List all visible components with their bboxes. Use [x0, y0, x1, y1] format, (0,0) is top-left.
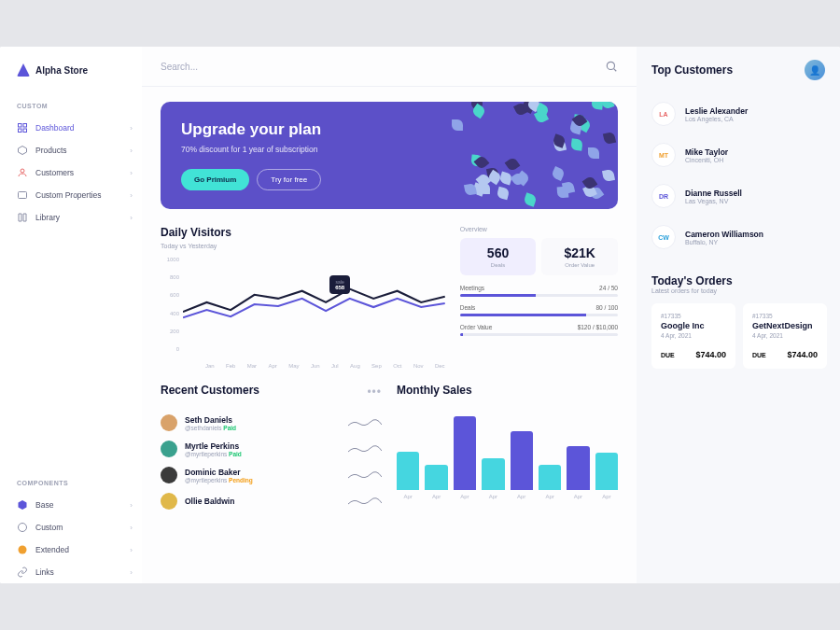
daily-visitors-card: Daily Visitors Today vs Yesterday 100080…	[161, 226, 445, 369]
overview-order-value: $21K Order Value	[541, 238, 618, 275]
sidebar-item-label: Base	[35, 500, 122, 510]
orders-title: Today's Orders	[651, 274, 825, 287]
top-customer-row[interactable]: CW Cameron Williamson Buffalo, NY	[651, 217, 825, 258]
order-card[interactable]: #17335 GetNextDesign 4 Apr, 2021 DUE $74…	[743, 303, 827, 369]
customer-handle: @sethdaniels Paid	[185, 425, 341, 431]
svg-rect-1	[23, 124, 27, 128]
svg-line-9	[614, 69, 617, 72]
customer-initials-badge: CW	[651, 225, 676, 249]
upgrade-banner: Upgrade your plan 70% discount for 1 yea…	[161, 102, 618, 209]
card-subtitle: Today vs Yesterday	[161, 243, 445, 249]
sidebar-item-label: Library	[35, 213, 122, 222]
chevron-right-icon: ›	[130, 546, 133, 554]
sidebar-item-custom[interactable]: Custom›	[17, 516, 142, 539]
search-icon[interactable]	[605, 60, 618, 73]
svg-rect-5	[19, 192, 27, 199]
svg-rect-0	[19, 124, 22, 128]
progress-meetings: Meetings24 / 50	[460, 285, 618, 297]
sidebar-item-dashboard[interactable]: Dashboard›	[17, 117, 142, 139]
chart-tooltip: sale 658	[329, 275, 350, 294]
top-customers-title: Top Customers	[651, 63, 733, 77]
card-title: Monthly Sales	[397, 384, 618, 397]
sidebar-item-label: Custom Properties	[35, 190, 122, 200]
sparkline-icon	[348, 416, 382, 429]
svg-rect-2	[19, 129, 22, 133]
try-free-button[interactable]: Try for free	[257, 169, 321, 190]
more-icon[interactable]: •••	[367, 385, 382, 399]
chevron-right-icon: ›	[130, 568, 133, 577]
order-status: DUE	[661, 352, 675, 358]
dashboard-icon	[17, 122, 28, 133]
recent-customers-card: Recent Customers ••• Seth Daniels @sethd…	[161, 384, 382, 514]
customer-name: Cameron Williamson	[685, 230, 763, 239]
customer-name: Dominic Baker	[185, 468, 341, 477]
visitors-chart: 10008006004002000 sale 658 JanFebMarAprM…	[161, 257, 445, 369]
overview-deals: 560 Deals	[460, 238, 537, 275]
svg-point-7	[19, 546, 27, 554]
bar	[511, 431, 533, 490]
sidebar-item-customers[interactable]: Customers›	[17, 161, 142, 184]
bar	[482, 458, 504, 490]
customer-initials-badge: LA	[651, 102, 676, 126]
sparkline-icon	[348, 469, 382, 482]
svg-point-8	[607, 62, 614, 69]
customer-location: Cinceniti, OH	[685, 157, 728, 163]
order-amount: $744.00	[787, 350, 818, 359]
customer-name: Leslie Alexander	[685, 106, 748, 116]
order-status: DUE	[752, 352, 766, 358]
bar	[454, 416, 476, 490]
brand-name: Alpha Store	[35, 65, 88, 76]
app-window: Alpha Store CUSTOM Dashboard›Products›Cu…	[0, 47, 840, 583]
sidebar-item-label: Dashboard	[35, 123, 122, 133]
top-customer-row[interactable]: DR Dianne Russell Las Vegas, NV	[651, 175, 825, 217]
sidebar: Alpha Store CUSTOM Dashboard›Products›Cu…	[0, 47, 142, 583]
sidebar-item-links[interactable]: Links›	[17, 561, 142, 583]
sidebar-section-components: COMPONENTS	[17, 480, 142, 486]
customer-row[interactable]: Ollie Baldwin	[161, 488, 382, 514]
sidebar-item-products[interactable]: Products›	[17, 139, 142, 161]
customer-initials-badge: DR	[651, 184, 676, 208]
svg-rect-3	[23, 129, 27, 133]
customer-row[interactable]: Dominic Baker @myrtleperkins Pending	[161, 462, 382, 488]
extended-icon	[17, 544, 28, 555]
status-badge: Paid	[229, 451, 242, 457]
order-amount: $744.00	[695, 350, 726, 359]
card-subtitle: Overview	[460, 226, 618, 232]
customer-name: Dianne Russell	[685, 189, 742, 198]
order-card[interactable]: #17335 Google Inc 4 Apr, 2021 DUE $744.0…	[651, 303, 735, 369]
custom-properties-icon	[17, 189, 28, 201]
customer-row[interactable]: Myrtle Perkins @myrtleperkins Paid	[161, 436, 382, 462]
customer-name: Seth Daniels	[185, 415, 341, 425]
brand-icon	[17, 63, 30, 77]
products-icon	[17, 145, 28, 156]
chevron-right-icon: ›	[130, 124, 133, 133]
avatar	[161, 493, 177, 510]
topbar	[142, 47, 637, 87]
sidebar-item-label: Links	[35, 567, 122, 577]
sidebar-item-extended[interactable]: Extended›	[17, 539, 142, 561]
sidebar-section-custom: CUSTOM	[17, 103, 142, 109]
sidebar-item-custom-properties[interactable]: Custom Properties›	[17, 184, 142, 206]
banner-pattern-icon	[431, 102, 618, 209]
order-id: #17335	[661, 313, 726, 319]
search-input[interactable]	[161, 62, 605, 72]
customer-location: Las Vegas, NV	[685, 198, 742, 204]
customers-icon	[17, 167, 28, 178]
sidebar-item-label: Products	[35, 146, 122, 155]
status-badge: Pending	[229, 477, 253, 483]
sidebar-item-library[interactable]: Library›	[17, 206, 142, 229]
sparkline-icon	[348, 495, 382, 508]
go-premium-button[interactable]: Go Primium	[181, 169, 249, 190]
top-customer-row[interactable]: LA Leslie Alexander Los Angeles, CA	[651, 93, 825, 134]
sidebar-item-base[interactable]: Base›	[17, 494, 142, 516]
status-badge: Paid	[223, 425, 236, 431]
bar	[397, 452, 419, 490]
customer-location: Buffalo, NY	[685, 239, 763, 245]
order-name: Google Inc	[661, 321, 726, 330]
customer-row[interactable]: Seth Daniels @sethdaniels Paid	[161, 410, 382, 436]
sidebar-item-label: Customers	[35, 168, 122, 177]
user-avatar[interactable]: 👤	[805, 60, 825, 80]
customer-name: Myrtle Perkins	[185, 441, 341, 451]
brand[interactable]: Alpha Store	[17, 63, 142, 77]
top-customer-row[interactable]: MT Mike Taylor Cinceniti, OH	[651, 134, 825, 175]
